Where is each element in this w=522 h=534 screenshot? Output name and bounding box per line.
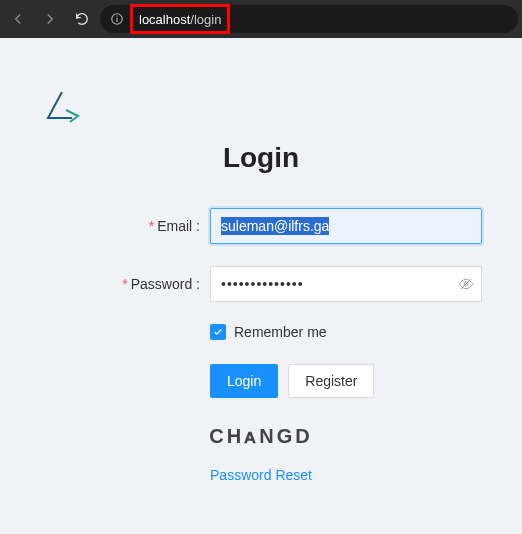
url-text: localhost/login (139, 12, 221, 27)
password-value: •••••••••••••• (221, 276, 304, 292)
email-row: *Email : suleman@ilfrs.ga (40, 208, 482, 244)
reload-icon (74, 11, 90, 27)
email-label: *Email : (40, 218, 210, 234)
address-bar[interactable]: localhost/login (100, 5, 518, 33)
toggle-password-visibility[interactable] (458, 276, 474, 292)
reload-button[interactable] (68, 5, 96, 33)
arrow-left-icon (9, 10, 27, 28)
info-icon (110, 12, 124, 26)
page-title: Login (40, 142, 482, 174)
remember-checkbox[interactable] (210, 324, 226, 340)
remember-row: Remember me (210, 324, 482, 340)
app-logo (40, 88, 482, 128)
login-page: Login *Email : suleman@ilfrs.ga *Passwor… (0, 38, 522, 484)
password-reset-link[interactable]: Password Reset (210, 467, 312, 483)
email-value: suleman@ilfrs.ga (221, 217, 329, 235)
login-button[interactable]: Login (210, 364, 278, 398)
forward-button[interactable] (36, 5, 64, 33)
check-icon (213, 327, 223, 337)
back-button[interactable] (4, 5, 32, 33)
password-label: *Password : (40, 276, 210, 292)
button-row: Login Register (210, 364, 482, 398)
browser-toolbar: localhost/login (0, 0, 522, 38)
eye-off-icon (458, 276, 474, 292)
logo-icon (40, 88, 84, 128)
register-button[interactable]: Register (288, 364, 374, 398)
svg-point-2 (116, 16, 117, 17)
url-highlight: localhost/login (130, 4, 230, 34)
password-row: *Password : •••••••••••••• (40, 266, 482, 302)
email-field[interactable]: suleman@ilfrs.ga (210, 208, 482, 244)
password-field[interactable]: •••••••••••••• (210, 266, 482, 302)
remember-label: Remember me (234, 324, 327, 340)
arrow-right-icon (41, 10, 59, 28)
brand-text: CHᴀNGD (40, 424, 482, 448)
